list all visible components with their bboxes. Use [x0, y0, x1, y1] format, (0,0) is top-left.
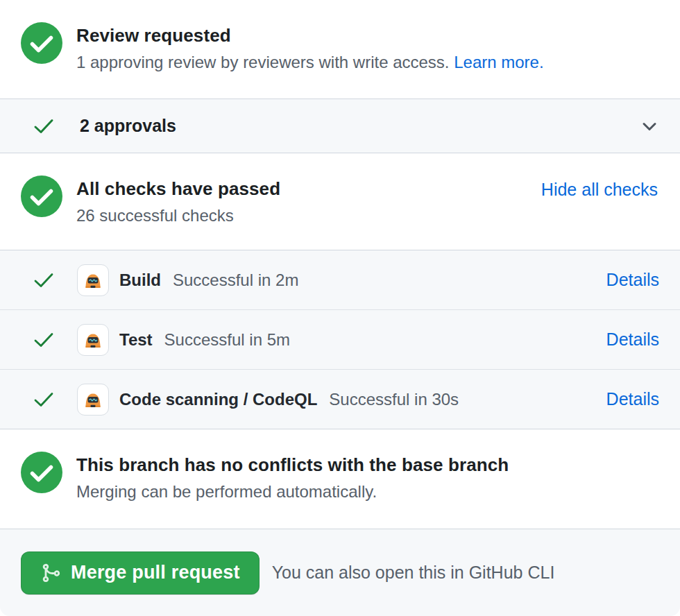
review-requested-description: 1 approving review by reviewers with wri… [76, 52, 544, 73]
bot-avatar-icon [77, 324, 109, 356]
details-link[interactable]: Details [606, 270, 659, 290]
no-conflicts-section: This branch has no conflicts with the ba… [0, 429, 680, 529]
all-checks-subtitle: 26 successful checks [76, 205, 280, 226]
no-conflicts-title: This branch has no conflicts with the ba… [76, 453, 509, 477]
review-requested-texts: Review requested 1 approving review by r… [76, 21, 544, 73]
check-circle-icon [21, 452, 62, 493]
check-name: Build [119, 271, 161, 290]
check-name: Code scanning / CodeQL [119, 390, 317, 409]
check-circle-icon [21, 176, 62, 217]
approvals-label: 2 approvals [80, 116, 176, 136]
review-description-text: 1 approving review by reviewers with wri… [76, 53, 450, 71]
details-link[interactable]: Details [606, 389, 659, 409]
check-icon [33, 391, 54, 408]
chevron-down-icon[interactable] [640, 117, 659, 136]
check-status: Successful in 5m [164, 330, 290, 350]
details-link[interactable]: Details [606, 330, 659, 350]
git-merge-icon [40, 563, 61, 583]
check-row-build: Build Successful in 2m Details [0, 250, 680, 310]
check-circle-icon [21, 22, 62, 64]
check-status: Successful in 2m [173, 271, 298, 290]
no-conflicts-texts: This branch has no conflicts with the ba… [76, 450, 509, 502]
bot-avatar-icon [77, 384, 109, 416]
check-icon [33, 272, 54, 289]
all-checks-title: All checks have passed [76, 177, 280, 200]
no-conflicts-subtitle: Merging can be performed automatically. [76, 481, 509, 502]
hide-all-checks-link[interactable]: Hide all checks [541, 180, 658, 200]
check-row-test: Test Successful in 5m Details [0, 310, 680, 370]
review-requested-section: Review requested 1 approving review by r… [0, 0, 680, 99]
check-row-code-scanning: Code scanning / CodeQL Successful in 30s… [0, 370, 680, 429]
all-checks-section: All checks have passed 26 successful che… [0, 153, 680, 250]
merge-pull-request-button[interactable]: Merge pull request [21, 551, 260, 594]
check-list: Build Successful in 2m Details Test Succ… [0, 250, 680, 429]
approvals-row[interactable]: 2 approvals [0, 99, 680, 153]
all-checks-texts: All checks have passed 26 successful che… [76, 174, 280, 226]
merge-button-label: Merge pull request [71, 562, 240, 583]
bot-avatar-icon [77, 264, 109, 296]
cli-hint-text: You can also open this in GitHub CLI [272, 563, 555, 583]
review-requested-title: Review requested [76, 24, 544, 47]
learn-more-link[interactable]: Learn more. [454, 53, 543, 71]
merge-footer: Merge pull request You can also open thi… [0, 529, 680, 616]
check-icon [33, 332, 54, 348]
pr-merge-box: Review requested 1 approving review by r… [0, 0, 680, 616]
check-icon [33, 118, 54, 135]
check-status: Successful in 30s [329, 390, 459, 409]
check-name: Test [119, 330, 153, 350]
